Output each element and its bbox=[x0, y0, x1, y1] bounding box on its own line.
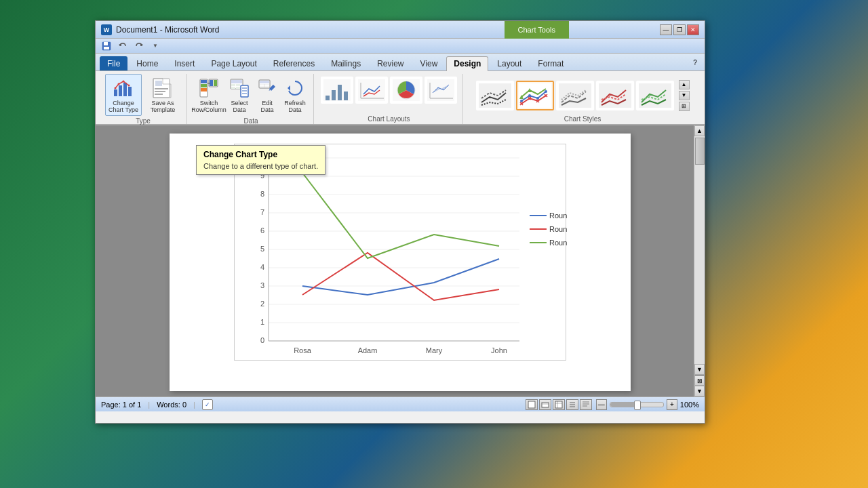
tab-file[interactable]: File bbox=[100, 56, 127, 70]
document-area: ▲ ▼ ⊠ ▼ bbox=[96, 125, 705, 396]
scroll-bottom-button[interactable]: ▼ bbox=[694, 386, 705, 396]
qat-customize[interactable]: ▼ bbox=[149, 40, 162, 52]
save-as-template-label: Save AsTemplate bbox=[151, 100, 176, 114]
ribbon-tabs: File Home Insert Page Layout References … bbox=[96, 54, 705, 71]
edit-data-button[interactable]: EditData bbox=[255, 74, 279, 116]
chart-style-1[interactable] bbox=[476, 81, 514, 110]
svg-rect-36 bbox=[260, 81, 269, 83]
zoom-out-button[interactable]: — bbox=[596, 399, 607, 410]
ribbon-help-button[interactable]: ? bbox=[690, 57, 701, 68]
svg-point-59 bbox=[545, 90, 547, 93]
vertical-scrollbar[interactable]: ▲ ▼ ⊠ ▼ bbox=[694, 125, 705, 396]
svg-rect-1 bbox=[104, 42, 108, 45]
refresh-data-label: RefreshData bbox=[284, 100, 306, 114]
legend-round1-label: Round 1 bbox=[549, 211, 567, 220]
chart-styles-scroll-up[interactable]: ▲ bbox=[679, 80, 690, 89]
svg-point-11 bbox=[123, 81, 125, 83]
ribbon-group-type: ChangeChart Type Save AsTemplate bbox=[100, 74, 187, 124]
chart-style-3[interactable] bbox=[556, 81, 594, 110]
svg-rect-89 bbox=[528, 401, 535, 408]
zoom-in-button[interactable]: + bbox=[667, 399, 677, 410]
switch-row-column-label: SwitchRow/Column bbox=[191, 100, 226, 114]
save-qat-button[interactable] bbox=[100, 40, 113, 52]
svg-rect-44 bbox=[338, 85, 342, 100]
svg-rect-5 bbox=[114, 89, 117, 96]
svg-rect-16 bbox=[155, 91, 165, 92]
tab-format[interactable]: Format bbox=[530, 56, 571, 70]
tab-insert[interactable]: Insert bbox=[167, 56, 202, 70]
scroll-thumb[interactable] bbox=[695, 138, 705, 165]
chart-style-5[interactable] bbox=[636, 81, 674, 110]
select-data-label: SelectData bbox=[231, 100, 248, 114]
chart-styles-expand[interactable]: ⊞ bbox=[679, 102, 690, 111]
chart-styles-label: Chart Styles bbox=[470, 114, 695, 124]
ribbon-content: ChangeChart Type Save AsTemplate bbox=[96, 71, 705, 125]
quick-access-toolbar: ▼ bbox=[96, 39, 705, 54]
status-bar: Page: 1 of 1 | Words: 0 | ✓ bbox=[96, 396, 705, 411]
svg-rect-21 bbox=[201, 88, 207, 92]
chart-style-4[interactable] bbox=[596, 81, 634, 110]
zoom-control: — + 100% bbox=[596, 399, 699, 410]
round2-line bbox=[302, 253, 499, 300]
chart-layout-3[interactable] bbox=[390, 77, 422, 104]
data-group-label: Data bbox=[194, 116, 308, 126]
status-right: — + 100% bbox=[526, 399, 699, 410]
chart-styles-content: ▲ ▼ ⊞ bbox=[476, 74, 690, 114]
data-group-content: SwitchRow/Column bbox=[194, 74, 308, 116]
full-screen-button[interactable] bbox=[539, 399, 551, 410]
proofing-icon[interactable]: ✓ bbox=[202, 399, 213, 410]
chart-container[interactable]: 0 1 2 3 4 5 6 7 8 9 10 bbox=[234, 144, 566, 361]
svg-text:5: 5 bbox=[260, 245, 264, 253]
svg-rect-8 bbox=[128, 87, 132, 96]
draft-view-button[interactable] bbox=[580, 399, 592, 410]
legend-round2-label: Round 2 bbox=[549, 225, 567, 233]
svg-rect-2 bbox=[104, 47, 109, 49]
chart-layout-4[interactable] bbox=[425, 77, 457, 104]
restore-button[interactable]: ❐ bbox=[673, 24, 686, 35]
scroll-down-button[interactable]: ▼ bbox=[694, 364, 705, 375]
refresh-data-icon bbox=[284, 77, 306, 99]
zoom-slider[interactable] bbox=[610, 402, 664, 407]
tab-design[interactable]: Design bbox=[446, 56, 488, 71]
chart-layout-2[interactable] bbox=[355, 77, 388, 104]
undo-qat-button[interactable] bbox=[116, 40, 130, 52]
svg-rect-92 bbox=[555, 401, 562, 408]
change-chart-type-icon bbox=[113, 77, 134, 99]
tab-references[interactable]: References bbox=[266, 56, 322, 70]
outline-view-button[interactable] bbox=[566, 399, 578, 410]
redo-qat-button[interactable] bbox=[132, 40, 146, 52]
chart-styles-scroll-down[interactable]: ▼ bbox=[679, 91, 690, 100]
svg-rect-29 bbox=[231, 87, 235, 89]
tab-review[interactable]: Review bbox=[370, 56, 411, 70]
refresh-data-button[interactable]: RefreshData bbox=[282, 74, 308, 116]
tab-view[interactable]: View bbox=[413, 56, 446, 70]
tab-mailings[interactable]: Mailings bbox=[323, 56, 368, 70]
edit-data-label: EditData bbox=[260, 100, 273, 114]
svg-text:4: 4 bbox=[260, 263, 264, 271]
tab-page-layout[interactable]: Page Layout bbox=[203, 56, 264, 70]
select-data-button[interactable]: SelectData bbox=[226, 74, 252, 116]
x-label-rosa: Rosa bbox=[294, 346, 312, 354]
minimize-button[interactable]: — bbox=[660, 24, 672, 35]
svg-rect-6 bbox=[119, 85, 122, 96]
web-layout-button[interactable] bbox=[553, 399, 565, 410]
zoom-percent: 100% bbox=[680, 401, 699, 409]
change-chart-type-button[interactable]: ChangeChart Type bbox=[105, 74, 142, 116]
chart-tools-tab: Chart Tools bbox=[505, 21, 569, 39]
zoom-slider-thumb[interactable] bbox=[634, 401, 641, 410]
chart-svg: 0 1 2 3 4 5 6 7 8 9 10 bbox=[235, 144, 567, 361]
svg-point-58 bbox=[536, 97, 539, 100]
ribbon-group-chart-styles: ▲ ▼ ⊞ Chart Styles bbox=[465, 74, 701, 124]
scroll-up-button[interactable]: ▲ bbox=[694, 125, 705, 136]
chart-layouts-content bbox=[321, 74, 457, 114]
tab-layout[interactable]: Layout bbox=[490, 56, 529, 70]
print-layout-button[interactable] bbox=[526, 399, 538, 410]
close-button[interactable]: ✕ bbox=[687, 24, 699, 35]
chart-style-2[interactable] bbox=[516, 81, 554, 110]
switch-row-column-button[interactable]: SwitchRow/Column bbox=[194, 74, 224, 116]
tab-home[interactable]: Home bbox=[129, 56, 165, 70]
svg-point-10 bbox=[118, 83, 120, 85]
title-bar-left: W Document1 - Microsoft Word bbox=[101, 24, 220, 35]
save-as-template-button[interactable]: Save AsTemplate bbox=[144, 74, 181, 116]
chart-layout-1[interactable] bbox=[321, 77, 353, 104]
